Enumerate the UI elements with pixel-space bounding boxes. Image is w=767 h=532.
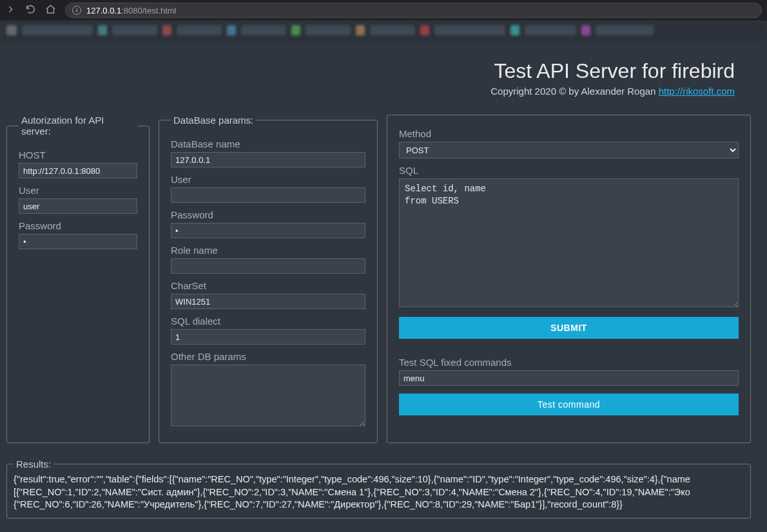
forward-icon[interactable]	[5, 4, 16, 17]
request-panel: Method POST SQL SUBMIT Test SQL fixed co…	[387, 115, 751, 443]
dialect-input[interactable]	[171, 329, 365, 345]
role-input[interactable]	[171, 258, 365, 274]
otherdb-textarea[interactable]	[171, 365, 365, 426]
copyright-text: Copyright 2020 © by Alexander Rogan	[490, 86, 658, 97]
role-label: Role name	[171, 245, 365, 256]
author-link[interactable]: http://rikosoft.com	[659, 86, 735, 97]
page-title: Test API Server for firebird	[6, 59, 735, 83]
db-user-input[interactable]	[171, 187, 365, 203]
method-select[interactable]: POST	[399, 142, 739, 158]
results-panel: Results: {"result":true,"error":"","tabl…	[6, 459, 751, 518]
site-info-icon[interactable]: i	[72, 6, 81, 15]
auth-panel: Autorization for API server: HOST User P…	[6, 115, 150, 443]
charset-label: CharSet	[171, 280, 365, 291]
home-icon[interactable]	[45, 4, 56, 17]
url-host: 127.0.0.1	[86, 6, 121, 15]
auth-password-input[interactable]	[19, 234, 137, 249]
reload-icon[interactable]	[25, 4, 36, 17]
otherdb-label: Other DB params	[171, 351, 365, 362]
dbname-label: DataBase name	[171, 138, 365, 149]
browser-toolbar: i 127.0.0.1:8080/test.html	[0, 0, 767, 21]
db-legend: DataBase params:	[171, 115, 256, 126]
auth-user-input[interactable]	[19, 198, 137, 214]
dialect-label: SQL dialect	[171, 316, 365, 327]
host-input[interactable]	[19, 163, 137, 178]
dbname-input[interactable]	[171, 152, 365, 167]
db-password-label: Password	[171, 209, 365, 220]
address-bar[interactable]: i 127.0.0.1:8080/test.html	[65, 3, 762, 18]
url-rest: :8080/test.html	[121, 6, 176, 15]
sql-textarea[interactable]	[399, 178, 739, 307]
results-legend: Results:	[14, 459, 53, 470]
host-label: HOST	[19, 149, 137, 160]
charset-input[interactable]	[171, 294, 365, 309]
sql-label: SQL	[399, 165, 739, 176]
db-panel: DataBase params: DataBase name User Pass…	[159, 115, 378, 443]
results-body: {"result":true,"error":"","table":{"fiel…	[14, 473, 744, 511]
auth-legend: Autorization for API server:	[19, 115, 137, 137]
method-label: Method	[399, 128, 739, 139]
db-user-label: User	[171, 174, 365, 185]
auth-password-label: Password	[19, 220, 137, 231]
test-command-button[interactable]: Test command	[399, 394, 739, 415]
auth-user-label: User	[19, 185, 137, 196]
db-password-input[interactable]	[171, 223, 365, 238]
fixed-cmd-label: Test SQL fixed commands	[399, 357, 739, 368]
submit-button[interactable]: SUBMIT	[399, 317, 739, 339]
fixed-cmd-input[interactable]	[399, 370, 739, 386]
page-header: Test API Server for firebird Copyright 2…	[6, 53, 751, 115]
bookmarks-bar	[0, 21, 767, 40]
